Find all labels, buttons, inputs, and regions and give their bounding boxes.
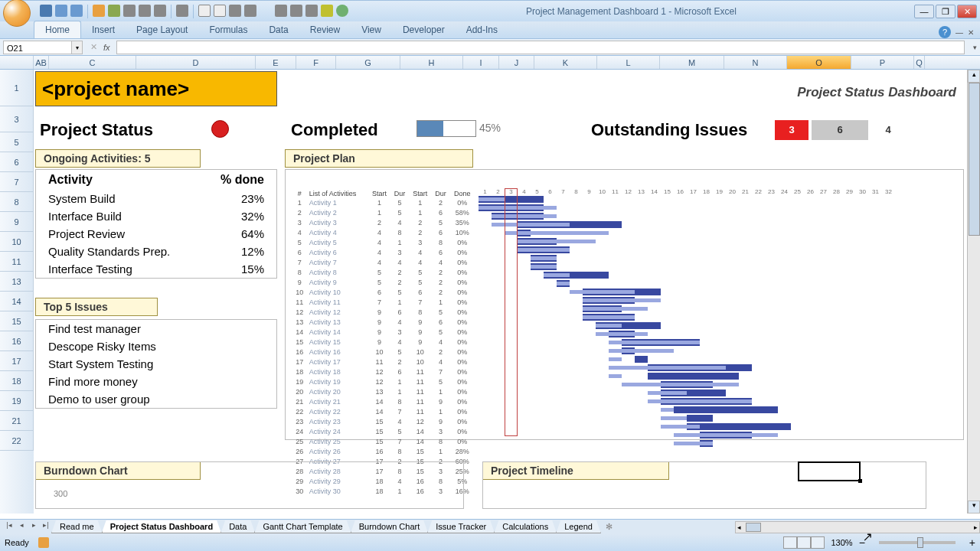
numbering-icon[interactable]	[305, 5, 318, 17]
office-button[interactable]	[3, 0, 31, 27]
row-header-14[interactable]: 14	[0, 292, 34, 311]
zoom-level[interactable]: 130%	[831, 538, 852, 547]
row-header-7[interactable]: 7	[0, 172, 34, 192]
col-header-AB[interactable]: AB	[34, 56, 49, 69]
sheet-tab-burndown-chart[interactable]: Burndown Chart	[351, 520, 429, 533]
col-header-L[interactable]: L	[597, 56, 660, 69]
col-header-P[interactable]: P	[851, 56, 914, 69]
sheet-tab-calculations[interactable]: Calculations	[494, 520, 557, 533]
ribbon-tab-review[interactable]: Review	[299, 21, 351, 38]
burndown-chart-panel[interactable]	[35, 461, 464, 509]
normal-view-icon[interactable]	[783, 536, 797, 549]
scroll-down-icon[interactable]: ▾	[968, 500, 980, 514]
first-sheet-icon[interactable]: |◂	[3, 521, 15, 533]
col-header-C[interactable]: C	[49, 56, 136, 69]
align-icon[interactable]	[176, 5, 188, 17]
ribbon-minimize-icon[interactable]: —	[956, 28, 963, 37]
sheet-tab-read-me[interactable]: Read me	[51, 520, 103, 533]
scroll-up-icon[interactable]: ▴	[968, 70, 980, 83]
col-header-G[interactable]: G	[336, 56, 400, 69]
prev-sheet-icon[interactable]: ◂	[15, 521, 28, 533]
horizontal-scrollbar[interactable]: ◂ ▸	[735, 521, 980, 533]
globe-icon[interactable]	[336, 5, 348, 17]
col-header-J[interactable]: J	[499, 56, 534, 69]
list-icon[interactable]	[290, 5, 302, 17]
zoom-thumb[interactable]	[917, 537, 923, 548]
calendar-icon[interactable]	[139, 5, 151, 17]
paste-icon[interactable]	[108, 5, 120, 17]
sheet-tab-gantt-chart-template[interactable]: Gantt Chart Template	[254, 520, 351, 533]
sheet-tab-legend[interactable]: Legend	[556, 520, 601, 533]
row-header-21[interactable]: 21	[0, 411, 34, 431]
page-layout-view-icon[interactable]	[797, 536, 811, 549]
fill-handle[interactable]	[858, 479, 862, 483]
shapes-icon[interactable]	[321, 5, 333, 17]
vertical-scrollbar[interactable]: ▴ ▾	[967, 70, 980, 514]
row-header-10[interactable]: 10	[0, 232, 34, 252]
sheet-tab-issue-tracker[interactable]: Issue Tracker	[427, 520, 495, 533]
camera-icon[interactable]	[123, 5, 136, 17]
ribbon-tab-data[interactable]: Data	[258, 21, 299, 38]
ribbon-tab-developer[interactable]: Developer	[392, 21, 456, 38]
col-header-H[interactable]: H	[400, 56, 463, 69]
zoom-slider[interactable]	[879, 541, 956, 544]
next-sheet-icon[interactable]: ▸	[28, 521, 40, 533]
preview-icon[interactable]	[244, 5, 256, 17]
select-all-corner[interactable]	[0, 56, 34, 69]
row-header-18[interactable]: 18	[0, 371, 34, 391]
formula-input[interactable]	[116, 41, 965, 54]
row-header-13[interactable]: 13	[0, 272, 34, 292]
name-box-dropdown[interactable]: ▾	[72, 41, 83, 54]
formula-expand-icon[interactable]: ▾	[973, 44, 977, 51]
doc-icon[interactable]	[198, 5, 211, 17]
save-icon[interactable]	[40, 5, 52, 17]
row-header-3[interactable]: 3	[0, 106, 34, 132]
row-header-9[interactable]: 9	[0, 212, 34, 232]
cancel-icon[interactable]: ✕	[90, 42, 97, 52]
cells-area[interactable]: <project name> Project Status Dashboard …	[34, 70, 967, 514]
project-name-cell[interactable]: <project name>	[35, 71, 277, 106]
col-header-D[interactable]: D	[136, 56, 256, 69]
name-box[interactable]: O21	[3, 41, 72, 54]
minimize-button[interactable]: —	[914, 5, 934, 18]
row-header-5[interactable]: 5	[0, 132, 34, 152]
row-header-1[interactable]: 1	[0, 70, 34, 106]
form-icon[interactable]	[275, 5, 287, 17]
row-header-16[interactable]: 16	[0, 331, 34, 351]
ribbon-tab-insert[interactable]: Insert	[81, 21, 126, 38]
undo-icon[interactable]	[55, 5, 67, 17]
page-break-view-icon[interactable]	[811, 536, 825, 549]
ribbon-tab-formulas[interactable]: Formulas	[198, 21, 258, 38]
sort-icon[interactable]	[154, 5, 166, 17]
row-header-15[interactable]: 15	[0, 311, 34, 331]
chart-icon[interactable]	[93, 5, 105, 17]
scroll-thumb[interactable]	[969, 83, 980, 236]
sheet-tab-project-status-dashboard[interactable]: Project Status Dashboard	[102, 520, 221, 533]
ribbon-tab-home[interactable]: Home	[34, 21, 81, 38]
col-header-I[interactable]: I	[463, 56, 499, 69]
row-header-6[interactable]: 6	[0, 152, 34, 172]
col-header-K[interactable]: K	[534, 56, 597, 69]
row-header-22[interactable]: 22	[0, 431, 34, 451]
hscroll-thumb[interactable]	[746, 523, 761, 532]
zoom-in-icon[interactable]: +	[969, 536, 975, 549]
ribbon-tab-view[interactable]: View	[351, 21, 392, 38]
col-header-N[interactable]: N	[724, 56, 787, 69]
row-header-17[interactable]: 17	[0, 351, 34, 371]
col-header-M[interactable]: M	[660, 56, 724, 69]
close-button[interactable]: ✕	[957, 5, 977, 18]
gantt-chart[interactable]: 1234567891011121314151617181920212223242…	[479, 188, 960, 436]
redo-icon[interactable]	[70, 5, 83, 17]
help-icon[interactable]: ?	[939, 26, 951, 38]
col-header-O[interactable]: O	[787, 56, 851, 69]
row-header-8[interactable]: 8	[0, 192, 34, 212]
last-sheet-icon[interactable]: ▸|	[40, 521, 52, 533]
print-icon[interactable]	[229, 5, 241, 17]
sheet-tab-data[interactable]: Data	[220, 520, 255, 533]
copy-icon[interactable]	[214, 5, 226, 17]
new-sheet-icon[interactable]: ✻	[606, 522, 612, 532]
ribbon-tab-page-layout[interactable]: Page Layout	[126, 21, 198, 38]
row-header-11[interactable]: 11	[0, 252, 34, 272]
fx-label[interactable]: fx	[103, 43, 110, 52]
col-header-Q[interactable]: Q	[914, 56, 925, 69]
